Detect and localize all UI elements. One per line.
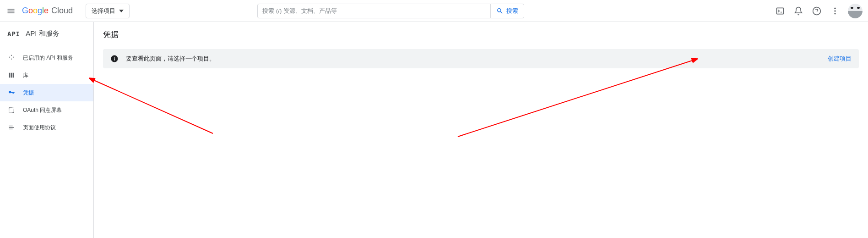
more-options-icon[interactable] [830, 6, 841, 17]
dropdown-icon [119, 9, 124, 13]
main-layout: API API 和服务 已启用的 API 和服务 库 凭据 [0, 22, 868, 238]
sidebar-item-label: OAuth 同意屏幕 [23, 106, 62, 114]
sidebar-item-label: 凭据 [23, 89, 34, 97]
sidebar-item-label: 已启用的 API 和服务 [23, 54, 73, 62]
hamburger-menu-icon[interactable] [5, 6, 16, 17]
help-icon[interactable] [811, 6, 822, 17]
info-banner: 要查看此页面，请选择一个项目。 创建项目 [103, 49, 859, 68]
page-title: 凭据 [103, 29, 859, 40]
sidebar: API API 和服务 已启用的 API 和服务 库 凭据 [0, 22, 94, 238]
sidebar-item-library[interactable]: 库 [0, 66, 93, 84]
api-badge: API [7, 30, 20, 38]
project-selector-button[interactable]: 选择项目 [86, 4, 130, 18]
project-selector-label: 选择项目 [92, 7, 115, 15]
sidebar-section-title: API 和服务 [26, 29, 59, 38]
svg-line-6 [93, 80, 213, 133]
search-button[interactable]: 搜索 [491, 4, 524, 18]
search-container: 搜索 [257, 4, 524, 18]
user-avatar[interactable] [848, 4, 863, 18]
banner-message: 要查看此页面，请选择一个项目。 [126, 55, 820, 63]
sidebar-items: 已启用的 API 和服务 库 凭据 OAuth 同意屏幕 [0, 45, 93, 136]
sidebar-item-credentials[interactable]: 凭据 [0, 84, 93, 101]
svg-line-7 [458, 60, 694, 137]
key-icon [7, 89, 16, 97]
sidebar-item-label: 库 [23, 72, 28, 79]
main-content: 凭据 要查看此页面，请选择一个项目。 创建项目 [94, 22, 868, 238]
dashboard-icon [7, 54, 16, 62]
notifications-icon[interactable] [793, 6, 804, 17]
consent-icon [7, 106, 16, 114]
sidebar-item-page-agreement[interactable]: 页面使用协议 [0, 119, 93, 136]
sidebar-item-enabled-apis[interactable]: 已启用的 API 和服务 [0, 49, 93, 66]
svg-point-2 [834, 7, 835, 9]
search-input[interactable] [257, 4, 491, 18]
header-actions [775, 4, 863, 18]
search-icon [496, 7, 504, 15]
search-button-label: 搜索 [506, 7, 518, 15]
svg-point-3 [834, 10, 835, 11]
info-icon [110, 55, 119, 63]
svg-point-4 [834, 13, 835, 14]
svg-rect-5 [9, 108, 14, 113]
cloud-shell-icon[interactable] [775, 6, 786, 17]
svg-rect-0 [777, 8, 784, 14]
google-cloud-logo[interactable]: Google Cloud [22, 6, 73, 16]
top-header: Google Cloud 选择项目 搜索 [0, 0, 868, 22]
sidebar-item-label: 页面使用协议 [23, 124, 56, 132]
sidebar-header: API API 和服务 [0, 22, 93, 45]
sidebar-item-oauth-consent[interactable]: OAuth 同意屏幕 [0, 101, 93, 119]
annotation-arrow-right [456, 56, 698, 139]
annotation-arrow-left [89, 76, 217, 136]
create-project-link[interactable]: 创建项目 [828, 55, 852, 63]
library-icon [7, 71, 16, 79]
agreement-icon [7, 123, 16, 132]
